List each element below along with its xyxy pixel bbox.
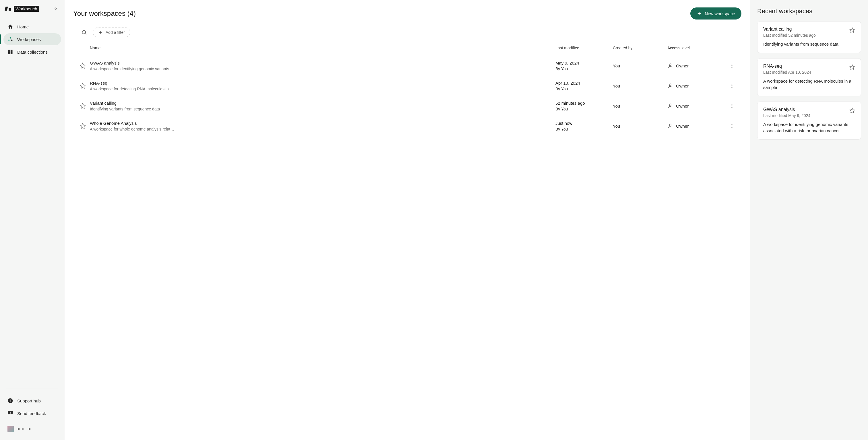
- svg-point-2: [11, 40, 12, 41]
- recent-card[interactable]: GWAS analysis Last modified May 9, 2024 …: [757, 102, 861, 140]
- recent-card-title: RNA-seq: [763, 64, 811, 69]
- created-by: You: [613, 124, 668, 129]
- more-vert-icon: [729, 63, 735, 69]
- workspace-name: RNA-seq: [90, 80, 550, 86]
- created-by: You: [613, 63, 668, 68]
- table-row[interactable]: Whole Genome Analysis A workspace for wh…: [73, 116, 741, 136]
- data-collections-icon: [7, 49, 13, 55]
- search-icon: [81, 30, 87, 35]
- created-by: You: [613, 83, 668, 88]
- star-icon: [80, 63, 86, 69]
- recent-card-subtitle: Last modified May 9, 2024: [763, 113, 810, 118]
- workspace-name: Whole Genome Analysis: [90, 121, 550, 126]
- new-workspace-button[interactable]: New workspace: [690, 7, 741, 20]
- person-icon: [668, 63, 673, 69]
- recent-card[interactable]: Variant calling Last modified 52 minutes…: [757, 21, 861, 53]
- person-icon: [668, 103, 673, 109]
- svg-point-1: [8, 40, 10, 41]
- help-icon: ?: [7, 398, 13, 404]
- sidebar-item-data-collections[interactable]: Data collections: [3, 46, 61, 58]
- sidebar: Workbench Home Workspaces: [0, 0, 65, 440]
- modified-by: By You: [555, 67, 613, 71]
- svg-point-12: [670, 84, 671, 86]
- nav-list: Home Workspaces Data collections: [3, 21, 61, 58]
- access-level: Owner: [676, 63, 689, 68]
- column-access-level[interactable]: Access level: [668, 45, 725, 51]
- svg-point-20: [670, 124, 671, 126]
- workspace-description: Identifying variants from sequence data: [90, 107, 550, 111]
- row-more-button[interactable]: [725, 83, 739, 89]
- column-name[interactable]: Name: [90, 45, 555, 51]
- star-icon: [80, 123, 86, 129]
- modified-by: By You: [555, 127, 613, 131]
- sidebar-item-label: Support hub: [17, 398, 41, 403]
- workspace-description: A workspace for detecting RNA molecules …: [90, 87, 550, 91]
- recent-card-title: Variant calling: [763, 27, 816, 32]
- recent-card-description: A workspace for detecting RNA molecules …: [763, 78, 855, 91]
- sidebar-item-home[interactable]: Home: [3, 21, 61, 33]
- recent-card-subtitle: Last modified Apr 10, 2024: [763, 70, 811, 75]
- column-last-modified[interactable]: Last modified: [555, 45, 613, 51]
- person-icon: [668, 83, 673, 89]
- user-menu[interactable]: [3, 423, 61, 435]
- favorite-toggle[interactable]: [75, 82, 90, 89]
- feedback-icon: [7, 410, 13, 416]
- workspace-description: A workspace for identifying genomic vari…: [90, 67, 550, 71]
- search-button[interactable]: [81, 30, 87, 35]
- workspaces-table: Name Last modified Created by Access lev…: [73, 44, 741, 136]
- svg-point-23: [732, 127, 733, 128]
- brand-logo-icon: [5, 7, 11, 11]
- svg-point-15: [732, 87, 733, 88]
- recent-card[interactable]: RNA-seq Last modified Apr 10, 2024 A wor…: [757, 58, 861, 96]
- svg-text:?: ?: [9, 399, 11, 402]
- favorite-toggle[interactable]: [849, 64, 855, 70]
- access-level: Owner: [676, 83, 689, 88]
- recent-card-description: A workspace for identifying genomic vari…: [763, 121, 855, 134]
- modified-date: Just now: [555, 121, 613, 126]
- favorite-toggle[interactable]: [849, 108, 855, 113]
- svg-point-10: [732, 65, 733, 66]
- modified-by: By You: [555, 107, 613, 111]
- collapse-sidebar-button[interactable]: [53, 5, 59, 12]
- svg-point-19: [732, 107, 733, 108]
- chevron-double-left-icon: [54, 6, 58, 11]
- modified-date: Apr 10, 2024: [555, 80, 613, 86]
- recent-card-description: Identifying variants from sequence data: [763, 41, 855, 47]
- plus-icon: [98, 30, 103, 35]
- column-created-by[interactable]: Created by: [613, 45, 668, 51]
- table-row[interactable]: GWAS analysis A workspace for identifyin…: [73, 56, 741, 76]
- table-row[interactable]: RNA-seq A workspace for detecting RNA mo…: [73, 76, 741, 96]
- workspace-name: GWAS analysis: [90, 61, 550, 65]
- sidebar-item-label: Workspaces: [17, 37, 41, 42]
- row-more-button[interactable]: [725, 123, 739, 129]
- sidebar-item-send-feedback[interactable]: Send feedback: [3, 407, 61, 419]
- add-filter-button[interactable]: Add a filter: [93, 28, 130, 37]
- avatar: [7, 426, 14, 432]
- sidebar-item-support-hub[interactable]: ? Support hub: [3, 395, 61, 407]
- recent-workspaces-panel: Recent workspaces Variant calling Last m…: [750, 0, 868, 440]
- star-icon: [849, 27, 855, 33]
- recent-title: Recent workspaces: [757, 7, 861, 15]
- svg-point-9: [732, 64, 733, 65]
- brand[interactable]: Workbench: [5, 6, 39, 12]
- avatar-placeholder-icon: [18, 428, 30, 430]
- home-icon: [7, 24, 13, 30]
- favorite-toggle[interactable]: [849, 27, 855, 33]
- svg-point-14: [732, 86, 733, 86]
- svg-rect-5: [10, 412, 11, 413]
- table-row[interactable]: Variant calling Identifying variants fro…: [73, 96, 741, 116]
- row-more-button[interactable]: [725, 103, 739, 109]
- favorite-toggle[interactable]: [75, 123, 90, 129]
- star-icon: [80, 103, 86, 109]
- svg-point-13: [732, 84, 733, 84]
- more-vert-icon: [729, 83, 735, 89]
- svg-point-16: [670, 104, 671, 106]
- favorite-toggle[interactable]: [75, 63, 90, 69]
- sidebar-item-workspaces[interactable]: Workspaces: [3, 33, 61, 45]
- modified-date: 52 minutes ago: [555, 101, 613, 106]
- svg-point-22: [732, 126, 733, 127]
- favorite-toggle[interactable]: [75, 103, 90, 109]
- row-more-button[interactable]: [725, 63, 739, 69]
- star-icon: [849, 64, 855, 70]
- star-icon: [80, 82, 86, 89]
